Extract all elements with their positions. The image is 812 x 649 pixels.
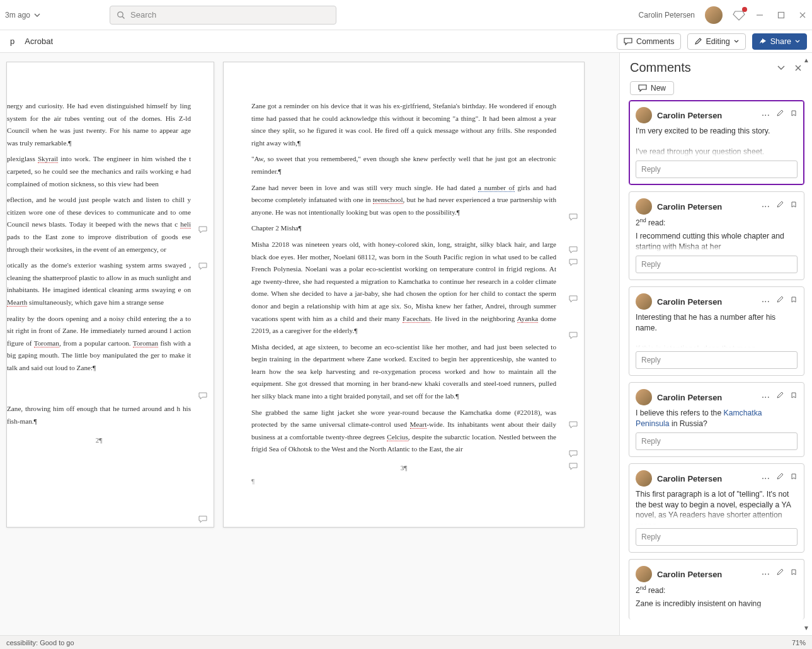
comment-card[interactable]: Carolin Petersen ··· 2nd read: Zane is i…: [629, 559, 804, 619]
comment-body: Interesting that he has a number after h…: [636, 312, 798, 347]
reply-input[interactable]: Reply: [636, 528, 798, 546]
paragraph[interactable]: plexiglass Skyrail into work. The engine…: [7, 153, 191, 190]
collapse-icon[interactable]: [777, 64, 786, 72]
resolve-icon[interactable]: [790, 568, 798, 580]
more-icon[interactable]: ···: [762, 568, 770, 580]
search-placeholder: Search: [130, 10, 156, 20]
autosave-status[interactable]: 3m ago: [5, 11, 40, 20]
chevron-down-icon: [34, 13, 40, 17]
paragraph[interactable]: otically as the dome's exterior washing …: [7, 259, 191, 308]
ribbon: p Acrobat Comments Editing Share: [0, 30, 812, 53]
comment-marker-icon[interactable]: [198, 392, 207, 400]
pencil-icon[interactable]: [776, 568, 784, 580]
page-number: 3¶: [251, 462, 556, 474]
page-number: 2¶: [7, 434, 191, 446]
comment-marker-icon[interactable]: [569, 421, 578, 429]
comment-body: I believe this refers to the Kamchatka P…: [636, 408, 798, 429]
paragraph[interactable]: Zane got a reminder on his device that i…: [251, 100, 556, 149]
comments-button-label: Comments: [636, 37, 674, 46]
comments-button[interactable]: Comments: [617, 33, 681, 50]
comment-author: Carolin Petersen: [657, 297, 722, 307]
paragraph[interactable]: Zane had never been in love and was stil…: [251, 182, 556, 219]
paragraph[interactable]: nergy and curiosity. He had even disting…: [7, 100, 191, 149]
svg-point-0: [118, 11, 123, 16]
comments-header: Comments: [620, 53, 812, 80]
paragraph[interactable]: reality by the doors opening and a noisy…: [7, 313, 191, 375]
more-icon[interactable]: ···: [762, 392, 770, 403]
comment-marker-icon[interactable]: [569, 246, 578, 254]
comment-pre: 2nd read:: [636, 585, 798, 595]
search-input[interactable]: Search: [110, 6, 336, 25]
scroll-down-icon[interactable]: ▼: [803, 624, 809, 631]
scroll-up-icon[interactable]: ▲: [803, 57, 809, 64]
zoom-level[interactable]: 71%: [792, 639, 806, 646]
more-icon[interactable]: ···: [762, 110, 770, 121]
comment-card[interactable]: Carolin Petersen ··· This first paragrap…: [629, 463, 804, 553]
reply-input[interactable]: Reply: [636, 351, 798, 369]
close-button[interactable]: [798, 11, 807, 20]
pencil-icon[interactable]: [776, 296, 784, 307]
comment-card[interactable]: Carolin Petersen ··· 2nd read: I recomme…: [629, 191, 804, 280]
paragraph[interactable]: Zane, throwing him off enough that he tu…: [7, 403, 191, 427]
paragraph[interactable]: She grabbed the same light jacket she wo…: [251, 407, 556, 456]
comment-marker-icon[interactable]: [569, 295, 578, 303]
comment-author: Carolin Petersen: [657, 202, 722, 212]
pencil-icon[interactable]: [776, 392, 784, 403]
page-content[interactable]: Zane got a reminder on his device that i…: [224, 62, 584, 499]
paragraph[interactable]: eflection, and he would just people watc…: [7, 194, 191, 256]
reply-input[interactable]: Reply: [636, 432, 798, 450]
resolve-icon[interactable]: [790, 473, 798, 484]
share-button[interactable]: Share: [752, 33, 807, 50]
paragraph[interactable]: "Aw, so sweet that you remembered," even…: [251, 153, 556, 178]
avatar: [636, 566, 652, 582]
more-icon[interactable]: ···: [762, 296, 770, 307]
end-mark: ¶: [251, 475, 556, 487]
resolve-icon[interactable]: [790, 201, 798, 212]
comment-card[interactable]: Carolin Petersen ··· I believe this refe…: [629, 382, 804, 457]
pencil-icon[interactable]: [776, 201, 784, 212]
tab-help[interactable]: p: [5, 34, 20, 48]
more-icon[interactable]: ···: [762, 201, 770, 212]
tab-acrobat[interactable]: Acrobat: [20, 34, 58, 48]
comment-body: I'm very excited to be reading this stor…: [636, 126, 798, 157]
new-comment-button[interactable]: New: [630, 81, 674, 95]
premium-icon[interactable]: [733, 9, 745, 21]
comment-marker-icon[interactable]: [569, 259, 578, 266]
accessibility-status[interactable]: cessibility: Good to go: [6, 639, 74, 646]
comments-scrollbar[interactable]: ▲ ▼: [803, 57, 811, 631]
chevron-down-icon: [734, 40, 739, 43]
autosave-label: 3m ago: [5, 11, 30, 20]
comment-marker-icon[interactable]: [198, 262, 207, 270]
comments-title: Comments: [630, 60, 691, 75]
close-icon[interactable]: [794, 64, 802, 72]
document-area[interactable]: nergy and curiosity. He had even disting…: [0, 53, 619, 635]
reply-input[interactable]: Reply: [636, 256, 798, 273]
comment-marker-icon[interactable]: [569, 213, 578, 221]
editing-button[interactable]: Editing: [687, 33, 745, 50]
resolve-icon[interactable]: [790, 296, 798, 307]
paragraph[interactable]: Misha 22018 was nineteen years old, with…: [251, 239, 556, 337]
comment-marker-icon[interactable]: [569, 332, 578, 339]
share-icon: [759, 38, 767, 45]
main: nergy and curiosity. He had even disting…: [0, 53, 812, 635]
avatar: [636, 389, 652, 405]
page-content[interactable]: nergy and curiosity. He had even disting…: [7, 62, 214, 458]
resolve-icon[interactable]: [790, 392, 798, 403]
resolve-icon[interactable]: [790, 110, 798, 121]
comment-card[interactable]: Carolin Petersen ··· Interesting that he…: [629, 286, 804, 376]
comment-marker-icon[interactable]: [569, 463, 578, 470]
comment-marker-icon[interactable]: [569, 450, 578, 458]
comment-body: Zane is incredibly insistent on having: [636, 599, 798, 609]
more-icon[interactable]: ···: [762, 473, 770, 484]
paragraph[interactable]: Misha decided, at age sixteen, to become…: [251, 341, 556, 403]
comment-marker-icon[interactable]: [198, 516, 207, 523]
pencil-icon[interactable]: [776, 110, 784, 121]
chapter-heading[interactable]: Chapter 2 Misha¶: [251, 222, 556, 235]
pencil-icon[interactable]: [776, 473, 784, 484]
maximize-button[interactable]: [777, 11, 786, 20]
minimize-button[interactable]: [755, 11, 764, 20]
comment-marker-icon[interactable]: [198, 226, 207, 234]
avatar[interactable]: [705, 6, 723, 24]
comment-card[interactable]: Carolin Petersen ··· I'm very excited to…: [629, 100, 804, 185]
reply-input[interactable]: Reply: [636, 161, 798, 178]
